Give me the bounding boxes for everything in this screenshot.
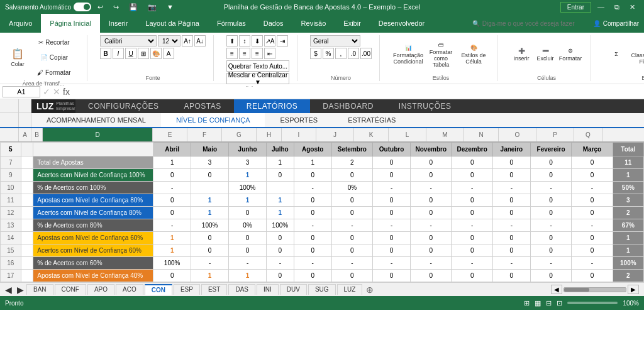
font-color-button[interactable]: A: [163, 48, 174, 59]
value-cell[interactable]: 0: [229, 232, 267, 244]
value-cell[interactable]: 0%: [331, 182, 372, 194]
undo-button[interactable]: ↩: [94, 2, 107, 13]
value-cell[interactable]: 3: [191, 156, 229, 169]
value-cell[interactable]: 0: [294, 270, 331, 282]
value-cell[interactable]: 0: [572, 244, 613, 257]
value-cell[interactable]: 1: [153, 156, 191, 169]
value-cell[interactable]: 0: [452, 232, 492, 244]
value-cell[interactable]: -: [452, 257, 492, 270]
underline-button[interactable]: U: [125, 48, 136, 59]
value-cell[interactable]: 0: [153, 207, 191, 219]
value-cell[interactable]: 0: [331, 232, 372, 244]
align-bottom-button[interactable]: ⬇: [252, 35, 263, 47]
value-cell[interactable]: 0: [267, 232, 294, 244]
value-cell[interactable]: 0: [572, 156, 613, 169]
value-cell[interactable]: 1: [153, 232, 191, 244]
value-cell[interactable]: -: [294, 182, 331, 194]
search-input[interactable]: [482, 20, 583, 27]
font-family-select[interactable]: Calibri: [100, 35, 157, 47]
value-cell[interactable]: 1: [267, 156, 294, 169]
tab-inserir[interactable]: Inserir: [100, 14, 137, 33]
value-cell[interactable]: -: [331, 219, 372, 232]
value-cell[interactable]: 0: [411, 270, 452, 282]
value-cell[interactable]: 1: [613, 232, 643, 244]
value-cell[interactable]: 0: [331, 244, 372, 257]
align-middle-button[interactable]: ↕: [239, 35, 250, 47]
value-cell[interactable]: 0: [572, 207, 613, 219]
nav-relatorios[interactable]: RELATÓRIOS: [234, 99, 310, 113]
value-cell[interactable]: 100%: [267, 219, 294, 232]
value-cell[interactable]: 0: [331, 207, 372, 219]
value-cell[interactable]: -: [153, 219, 191, 232]
value-cell[interactable]: -: [572, 219, 613, 232]
value-cell[interactable]: 0: [373, 169, 411, 182]
value-cell[interactable]: -: [153, 182, 191, 194]
value-cell[interactable]: 1: [267, 207, 294, 219]
copy-button[interactable]: 📄 Copiar: [29, 50, 79, 64]
sheet-tab-ini[interactable]: INI: [257, 284, 279, 295]
currency-button[interactable]: $: [310, 48, 321, 59]
tab-formulas[interactable]: Fórmulas: [208, 14, 255, 33]
value-cell[interactable]: -: [452, 182, 492, 194]
sheet-tab-apo[interactable]: APO: [87, 284, 114, 295]
value-cell[interactable]: 0: [267, 244, 294, 257]
value-cell[interactable]: 0: [411, 156, 452, 169]
font-size-select[interactable]: 12: [158, 35, 180, 47]
value-cell[interactable]: 0: [492, 194, 530, 207]
value-cell[interactable]: -: [530, 182, 571, 194]
tab-pagina-inicial[interactable]: Página Inicial: [41, 14, 99, 33]
sheet-tab-esp[interactable]: ESP: [174, 284, 200, 295]
border-button[interactable]: ⊞: [138, 48, 149, 59]
wrap-text-button[interactable]: Quebrar Texto Auto...: [226, 60, 289, 72]
value-cell[interactable]: 1: [267, 194, 294, 207]
value-cell[interactable]: 0%: [229, 219, 267, 232]
value-cell[interactable]: 100%: [613, 257, 643, 270]
sheet-tab-est[interactable]: EST: [201, 284, 227, 295]
number-format-select[interactable]: Geral: [310, 35, 360, 47]
value-cell[interactable]: 1: [613, 169, 643, 182]
value-cell[interactable]: 11: [613, 156, 643, 169]
sheet-tab-das[interactable]: DAS: [228, 284, 255, 295]
value-cell[interactable]: 0: [492, 244, 530, 257]
sheet-tab-con[interactable]: CON: [145, 284, 172, 295]
value-cell[interactable]: -: [452, 219, 492, 232]
rotate-text-button[interactable]: ↗A: [264, 35, 275, 47]
value-cell[interactable]: 0: [294, 207, 331, 219]
value-cell[interactable]: 0: [294, 194, 331, 207]
value-cell[interactable]: 2: [331, 156, 372, 169]
value-cell[interactable]: 0: [452, 169, 492, 182]
sort-filter-button[interactable]: ⇅ Classificar e Filtrar: [630, 40, 644, 70]
value-cell[interactable]: 0: [572, 194, 613, 207]
value-cell[interactable]: 0: [373, 156, 411, 169]
name-box[interactable]: [3, 86, 40, 97]
tab-exibir[interactable]: Exibir: [335, 14, 370, 33]
enter-button[interactable]: Entrar: [560, 2, 591, 13]
formula-x[interactable]: ✕: [53, 87, 60, 97]
value-cell[interactable]: 0: [267, 169, 294, 182]
sheet-tab-luz[interactable]: LUZ: [337, 284, 363, 295]
conditional-format-button[interactable]: 📊 Formatação Condicional: [392, 40, 424, 70]
value-cell[interactable]: -: [331, 257, 372, 270]
zoom-slider[interactable]: [567, 302, 618, 304]
value-cell[interactable]: 1: [191, 207, 229, 219]
value-cell[interactable]: 0: [530, 194, 571, 207]
value-cell[interactable]: 0: [452, 207, 492, 219]
value-cell[interactable]: 67%: [613, 219, 643, 232]
sub-nav-acompanhamento[interactable]: ACOMPANHAMENTO MENSAL: [31, 113, 161, 127]
value-cell[interactable]: 50%: [613, 182, 643, 194]
value-cell[interactable]: -: [267, 257, 294, 270]
tab-desenvolvedor[interactable]: Desenvolvedor: [370, 14, 433, 33]
add-sheet-button[interactable]: ⊕: [364, 283, 376, 296]
value-cell[interactable]: 0: [530, 244, 571, 257]
value-cell[interactable]: 0: [153, 270, 191, 282]
value-cell[interactable]: 0: [153, 169, 191, 182]
value-cell[interactable]: 0: [492, 270, 530, 282]
restore-button[interactable]: ⧉: [611, 2, 623, 13]
value-cell[interactable]: 0: [572, 270, 613, 282]
share-button[interactable]: Compartilhar: [603, 20, 639, 27]
value-cell[interactable]: 0: [411, 244, 452, 257]
value-cell[interactable]: -: [411, 257, 452, 270]
close-button[interactable]: ✕: [626, 2, 639, 13]
value-cell[interactable]: [191, 182, 229, 194]
fill-color-button[interactable]: 🎨: [150, 48, 162, 59]
